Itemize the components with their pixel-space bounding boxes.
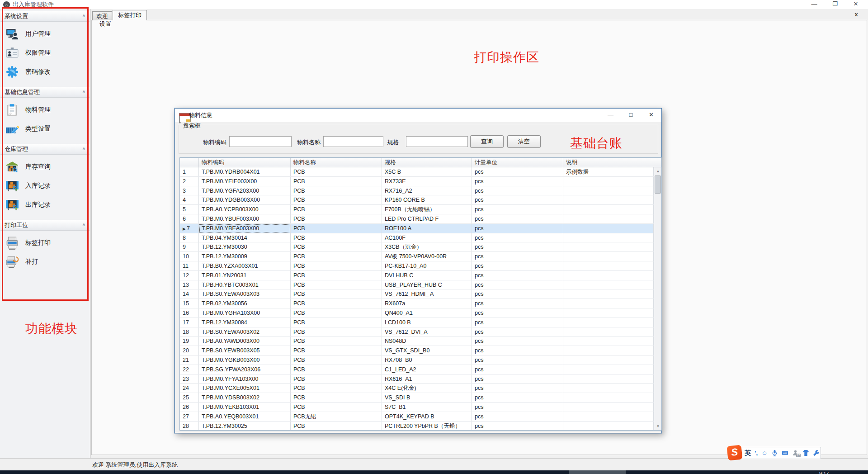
material-cell-code[interactable]: T.PB.04.YM30014 xyxy=(199,233,291,242)
material-cell-code[interactable]: T.PB.SG.YFWA203X06 xyxy=(199,365,291,374)
material-table-row[interactable]: 1T.PB.M0.YDRB004X01PCBX5C Bpcs示例数据 xyxy=(180,167,654,177)
material-cell-unit[interactable]: pcs xyxy=(472,346,563,355)
material-cell-note[interactable] xyxy=(563,195,654,204)
sogou-logo-icon[interactable]: S xyxy=(726,445,742,460)
row-number-cell[interactable]: 22 xyxy=(180,365,199,374)
scroll-up-icon[interactable]: ▲ xyxy=(654,167,662,175)
material-table-row[interactable]: 21T.PB.M0.YGKB003X00PCBRX708_B0pcs xyxy=(180,356,654,365)
row-number-cell[interactable]: 1 xyxy=(180,167,199,176)
row-number-cell[interactable]: 6 xyxy=(180,214,199,223)
dialog-name-input[interactable] xyxy=(323,136,383,147)
material-table-row[interactable]: 3T.PB.M0.YGFA203X00PCBRX716_A2pcs xyxy=(180,186,654,196)
sidebar-item-type-settings[interactable]: 类型设置 xyxy=(0,119,90,138)
material-cell-note[interactable] xyxy=(563,365,654,374)
material-table-row[interactable]: 27T.PB.A0.YEQB003X01PCB无铅OPT4K_KEYPAD Bp… xyxy=(180,412,654,422)
material-cell-unit[interactable]: pcs xyxy=(472,271,563,280)
sidebar-item-inventory-query[interactable]: 库存查询 xyxy=(0,157,90,176)
material-table-row[interactable]: 18T.PB.S0.YEWA003X02PCBVS_7612_DVI_Apcs xyxy=(180,327,654,337)
material-cell-unit[interactable]: pcs xyxy=(472,205,563,214)
material-cell-code[interactable]: T.PB.12.YM30009 xyxy=(199,252,291,261)
row-number-cell[interactable]: 11 xyxy=(180,261,199,270)
sidebar-group-header[interactable]: 仓库管理 ˄ xyxy=(0,144,90,155)
material-cell-name[interactable]: PCB xyxy=(291,318,382,327)
material-cell-unit[interactable]: pcs xyxy=(472,233,563,242)
material-cell-unit[interactable]: pcs xyxy=(472,374,563,384)
material-cell-code[interactable]: T.PB.M0.YFYA103X00 xyxy=(199,374,291,384)
material-cell-note[interactable] xyxy=(563,242,654,251)
material-cell-name[interactable]: PCB xyxy=(291,308,382,318)
row-number-cell[interactable]: 14 xyxy=(180,289,199,299)
material-cell-code[interactable]: T.PB.M0.YEIE003X00 xyxy=(199,177,291,186)
material-cell-name[interactable]: PCB xyxy=(291,374,382,384)
ime-emoji-icon[interactable]: ☺ xyxy=(761,450,767,456)
material-cell-spec[interactable]: S7C_B1 xyxy=(382,403,472,412)
material-cell-name[interactable]: PCB xyxy=(291,224,382,233)
dialog-close-icon[interactable]: ✕ xyxy=(641,109,661,122)
material-table-row[interactable]: 5T.PB.A0.YCPB003X00PCBF700B（无铅喷锡）pcs xyxy=(180,205,654,214)
material-cell-spec[interactable]: X5C B xyxy=(382,167,472,176)
material-cell-note[interactable] xyxy=(563,252,654,261)
material-table-row[interactable]: 26T.PB.M0.YEKB103X01PCBS7C_B1pcs xyxy=(180,403,654,412)
material-col-header[interactable]: 规格 xyxy=(382,158,472,167)
dialog-code-input[interactable] xyxy=(229,136,292,147)
material-table-row[interactable]: 19T.PB.A0.YAWD003X00PCBNS048Dpcs xyxy=(180,337,654,346)
material-cell-note[interactable] xyxy=(563,214,654,223)
material-cell-spec[interactable]: LCD100 B xyxy=(382,318,472,327)
material-cell-note[interactable] xyxy=(563,261,654,270)
material-cell-unit[interactable]: pcs xyxy=(472,393,563,402)
material-cell-note[interactable] xyxy=(563,412,654,421)
material-cell-name[interactable]: PCB xyxy=(291,280,382,289)
material-cell-code[interactable]: T.PB.M0.YGHA103X00 xyxy=(199,308,291,318)
row-number-cell[interactable]: 24 xyxy=(180,384,199,393)
material-cell-unit[interactable]: pcs xyxy=(472,261,563,270)
material-cell-note[interactable] xyxy=(563,271,654,280)
material-cell-name[interactable]: PCB xyxy=(291,233,382,242)
material-cell-code[interactable]: T.PB.B0.YZXA003X01 xyxy=(199,261,291,270)
ime-account-icon[interactable]: 17 xyxy=(792,450,799,456)
ime-mode-toggle[interactable]: 英 xyxy=(745,449,751,457)
material-col-header[interactable]: 说明 xyxy=(563,158,661,167)
material-cell-note[interactable] xyxy=(563,393,654,402)
row-number-cell[interactable]: 9 xyxy=(180,242,199,251)
material-cell-unit[interactable]: pcs xyxy=(472,403,563,412)
material-cell-name[interactable]: PCB无铅 xyxy=(291,412,382,421)
row-number-cell[interactable]: 5 xyxy=(180,205,199,214)
sidebar-item-material-management[interactable]: 物料管理 xyxy=(0,100,90,119)
material-cell-name[interactable]: PCB xyxy=(291,167,382,176)
material-table-row[interactable]: 2T.PB.M0.YEIE003X00PCBRX733Epcs xyxy=(180,177,654,186)
material-cell-name[interactable]: PCB xyxy=(291,393,382,402)
material-cell-spec[interactable]: VS_7612_HDMI_ A xyxy=(382,289,472,299)
ime-skin-icon[interactable] xyxy=(802,450,809,456)
material-cell-note[interactable]: 示例数据 xyxy=(563,167,654,176)
scrollbar-thumb[interactable] xyxy=(655,175,661,194)
row-number-cell[interactable]: 23 xyxy=(180,374,199,384)
material-cell-code[interactable]: T.PB.M0.YEKB103X01 xyxy=(199,403,291,412)
sidebar-group-header[interactable]: 打印工位 ˄ xyxy=(0,220,90,231)
material-cell-note[interactable] xyxy=(563,186,654,195)
material-cell-spec[interactable]: X3CB（沉金） xyxy=(382,242,472,251)
row-number-cell[interactable]: 26 xyxy=(180,403,199,412)
chevron-up-icon[interactable]: ˄ xyxy=(82,146,85,152)
material-cell-unit[interactable]: pcs xyxy=(472,186,563,195)
material-cell-name[interactable]: PCB xyxy=(291,365,382,374)
material-table-row[interactable]: 4T.PB.M0.YDGB003X00PCBKP160 CORE Bpcs xyxy=(180,195,654,205)
sidebar-item-inbound-records[interactable]: 入库记录 xyxy=(0,176,90,195)
material-cell-spec[interactable]: USB_PLAYER_HUB C xyxy=(382,280,472,289)
material-cell-code[interactable]: T.PB.H0.YBTC003X01 xyxy=(199,280,291,289)
material-cell-name[interactable]: PCB xyxy=(291,177,382,186)
material-table-row[interactable]: 6T.PB.M0.YBUF003X00PCBLED Pro CTRLPAD Fp… xyxy=(180,214,654,224)
tab-welcome[interactable]: 欢迎 xyxy=(92,11,112,20)
material-table-row[interactable]: 23T.PB.M0.YFYA103X00PCBRX616_A1pcs xyxy=(180,374,654,384)
dialog-titlebar[interactable]: 物料信息 — □ ✕ xyxy=(175,109,661,122)
material-cell-code[interactable]: T.PB.M0.YDGB003X00 xyxy=(199,195,291,204)
material-cell-name[interactable]: PCB xyxy=(291,356,382,365)
material-cell-unit[interactable]: pcs xyxy=(472,384,563,393)
scroll-down-icon[interactable]: ▼ xyxy=(654,422,662,430)
chevron-up-icon[interactable]: ˄ xyxy=(82,222,85,228)
material-table-row[interactable]: 13T.PB.H0.YBTC003X01PCBUSB_PLAYER_HUB Cp… xyxy=(180,280,654,290)
material-cell-spec[interactable]: VS_SDI B xyxy=(382,393,472,402)
dialog-spec-input[interactable] xyxy=(406,136,468,147)
material-cell-code[interactable]: T.PB.12.YM30084 xyxy=(199,318,291,327)
material-cell-unit[interactable]: pcs xyxy=(472,327,563,337)
material-table-row[interactable]: 17T.PB.12.YM30084PCBLCD100 Bpcs xyxy=(180,318,654,327)
